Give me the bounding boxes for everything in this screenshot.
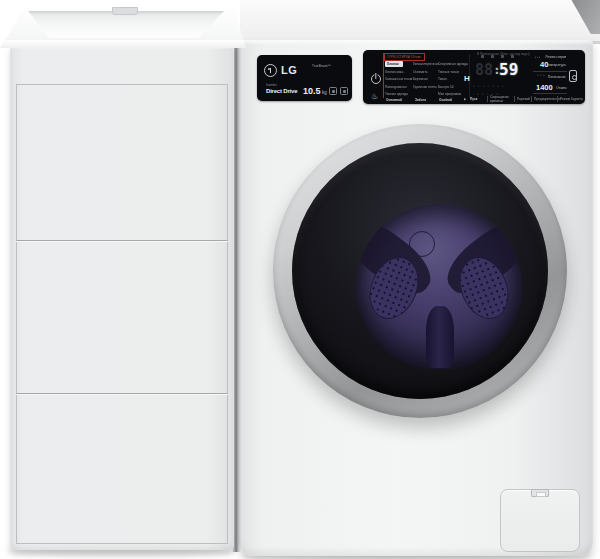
spin-value: 1400 bbox=[536, 83, 553, 92]
product-photo-lg-washer-and-cabinet: LG TrueSteam™ Inverter Direct Drive 10.5… bbox=[0, 0, 600, 559]
time-display: 88 : 59 bbox=[475, 58, 529, 82]
drawer-divider bbox=[16, 240, 228, 241]
option-button[interactable]: Режим Гаджета bbox=[560, 97, 583, 101]
sink-overflow-fitting bbox=[112, 7, 138, 15]
program-item[interactable]: Темные ткани bbox=[438, 70, 459, 74]
cabinet-drawer-2[interactable] bbox=[16, 242, 228, 392]
washer-top-lid bbox=[240, 0, 600, 44]
program-category: Основной bbox=[386, 98, 402, 102]
cabinet-drawer-1[interactable] bbox=[16, 86, 228, 238]
option-separator bbox=[487, 96, 488, 102]
start-button[interactable]: Пуск bbox=[470, 97, 477, 101]
inverter-label: Inverter bbox=[266, 83, 277, 87]
program-item[interactable]: Смешанные ткани bbox=[385, 77, 412, 81]
option-separator bbox=[514, 96, 515, 102]
turbowash-mark: H bbox=[464, 74, 470, 83]
program-item[interactable]: Удаление пятен bbox=[413, 85, 437, 89]
smart-diagnosis-icon[interactable] bbox=[569, 70, 577, 82]
capacity-value: 10.5 bbox=[303, 86, 321, 96]
selected-program[interactable]: Хлопок bbox=[385, 61, 403, 67]
setting-label[interactable]: Полоскание bbox=[548, 75, 566, 79]
option-separator bbox=[531, 96, 532, 102]
program-item[interactable]: Темная одежда bbox=[385, 92, 408, 96]
laundry-sink-counter bbox=[0, 4, 246, 48]
power-button[interactable] bbox=[371, 74, 381, 84]
control-panel: ♨ ТУРБОСТИРКА 59 мин Хлопок Хлопок макс.… bbox=[363, 50, 585, 104]
program-item[interactable]: Гипоаллергенная bbox=[413, 62, 439, 66]
program-category: Особый bbox=[439, 98, 452, 102]
setting-label[interactable]: Режим стирки bbox=[545, 55, 566, 59]
program-item[interactable]: Тихая bbox=[438, 77, 447, 81]
brand-name: LG bbox=[281, 64, 297, 76]
washer-lid-side-edge bbox=[554, 0, 600, 34]
warranty-badge-icon bbox=[340, 87, 348, 95]
program-item[interactable]: Быстро 14 bbox=[438, 85, 453, 89]
program-item[interactable]: Моя программа bbox=[438, 92, 461, 96]
option-button[interactable]: Паровой bbox=[517, 97, 530, 101]
turbowash-header: ТУРБОСТИРКА 59 мин bbox=[384, 53, 425, 61]
setting-divider bbox=[533, 93, 567, 94]
capacity-unit: kg bbox=[322, 90, 327, 95]
lg-face-logo-icon bbox=[264, 64, 277, 77]
program-item[interactable]: Бережная bbox=[413, 77, 428, 81]
drum-window bbox=[356, 204, 522, 370]
sink-basin bbox=[28, 11, 224, 38]
setting-label[interactable]: Отжим bbox=[556, 86, 566, 90]
wash-mode-icons: ▪ ▪ ▪ bbox=[535, 55, 540, 59]
play-pause-icon: ▶ bbox=[464, 97, 466, 101]
setting-label[interactable]: Температура bbox=[547, 63, 566, 67]
direct-drive-label: Direct Drive bbox=[266, 88, 297, 94]
filter-door-latch[interactable] bbox=[531, 489, 549, 497]
steam-icon[interactable]: ♨ bbox=[371, 92, 378, 101]
setting-divider bbox=[533, 71, 567, 72]
program-item[interactable]: Спортивная одежда bbox=[438, 62, 468, 66]
panel-brand-module: LG TrueSteam™ Inverter Direct Drive 10.5… bbox=[257, 55, 352, 101]
cabinet-drawer-3[interactable] bbox=[16, 395, 228, 543]
truesteam-badge: TrueSteam™ bbox=[312, 64, 331, 68]
door-glass-bezel bbox=[292, 143, 548, 399]
rinse-icons: ○ ○ ○ bbox=[537, 73, 545, 77]
program-category: Забота bbox=[415, 98, 426, 102]
program-item[interactable]: Освежить bbox=[413, 70, 428, 74]
drain-filter-door[interactable] bbox=[500, 489, 580, 552]
drum-paddle-bottom bbox=[426, 306, 454, 368]
drawer-divider bbox=[16, 393, 228, 394]
option-indicator-icons-row1[interactable]: ○ ○ ○ ○ ○ ○ ○ bbox=[473, 84, 505, 88]
option-separator bbox=[557, 96, 558, 102]
certification-badge-icon bbox=[329, 87, 337, 95]
drum-center-cap bbox=[409, 231, 435, 257]
laundry-cabinet bbox=[10, 46, 234, 550]
lcd-ghost-digits: 88 bbox=[475, 61, 493, 79]
program-item[interactable]: Хлопок макс. bbox=[385, 70, 405, 74]
washer-door[interactable] bbox=[273, 124, 567, 418]
lcd-time-value: 59 bbox=[499, 60, 518, 79]
program-item[interactable]: Повседневная bbox=[385, 85, 406, 89]
option-button[interactable]: Сокращение времени bbox=[490, 95, 512, 102]
